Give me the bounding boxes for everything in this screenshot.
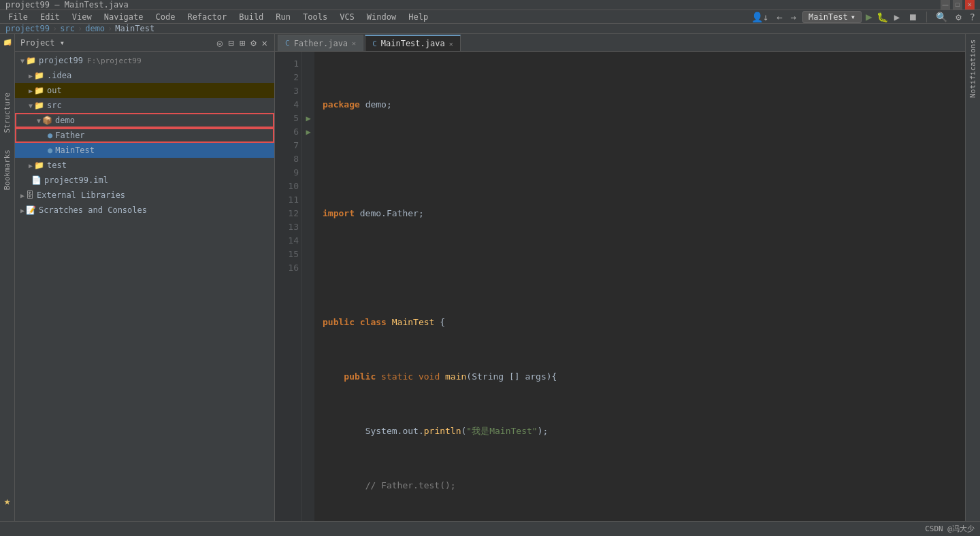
debug-button[interactable]: 🐛	[877, 12, 888, 22]
left-vertical-tabs: Structure Bookmarks ★	[0, 52, 15, 521]
tree-item-scratches[interactable]: ▶ 📝 Scratches and Consoles	[15, 203, 274, 218]
tree-item-idea[interactable]: ▶ 📁 .idea	[15, 68, 274, 83]
code-editor: 1 2 3 4 5 6 7 8 9 10 11 12 13 14 15 16	[275, 52, 980, 536]
breadcrumb-src[interactable]: src	[60, 24, 75, 33]
close-button[interactable]: ✕	[965, 0, 975, 10]
line-numbers: 1 2 3 4 5 6 7 8 9 10 11 12 13 14 15 16	[275, 52, 302, 536]
middle-row: 📁 Project ▾ ◎ ⊟ ⊞ ⚙ ✕ ▼ 📁 project99	[0, 34, 980, 536]
menu-edit[interactable]: Edit	[35, 11, 65, 23]
code-line-6: public static void main(String [] args){	[323, 370, 964, 384]
file-tree: ▼ 📁 project99 F:\project99 ▶ 📁 .idea ▶ �	[15, 52, 274, 536]
menu-vcs[interactable]: VCS	[334, 11, 360, 23]
arrow-scratches[interactable]: ▶	[20, 207, 24, 214]
arrow-demo[interactable]: ▼	[37, 117, 41, 124]
breadcrumb-project[interactable]: project99	[5, 24, 50, 33]
bookmarks-tab[interactable]: Bookmarks	[3, 150, 12, 190]
gutter-arrow-6[interactable]: ▶	[302, 125, 314, 139]
tree-item-father[interactable]: ● Father	[15, 128, 274, 143]
menu-navigate[interactable]: Navigate	[99, 11, 149, 23]
tab-father[interactable]: C Father.java ✕	[278, 35, 363, 51]
editor-main: C Father.java ✕ C MainTest.java ✕ ⚙ 1 2 …	[275, 34, 980, 536]
tree-close-button[interactable]: ✕	[261, 37, 269, 48]
tree-item-external-libs[interactable]: ▶ 🗄 External Libraries	[15, 188, 274, 203]
gutter-4	[302, 98, 314, 112]
external-libs-icon: 🗄	[26, 190, 34, 200]
tree-item-test[interactable]: ▶ 📁 test	[15, 158, 274, 173]
breadcrumb-sep-3: ›	[108, 24, 112, 33]
expand-button[interactable]: ⊞	[238, 37, 246, 48]
tree-label-src: src	[47, 101, 62, 110]
father-tab-close[interactable]: ✕	[352, 39, 356, 47]
menu-code[interactable]: Code	[150, 11, 181, 23]
gutter: ▶ ▶	[302, 52, 314, 536]
line-num-12: 12	[278, 207, 299, 220]
collapse-all-button[interactable]: ⊟	[227, 37, 235, 48]
arrow-idea[interactable]: ▶	[29, 72, 33, 80]
tree-item-demo[interactable]: ▼ 📦 demo	[15, 113, 274, 128]
run-config-arrow: ▾	[851, 12, 855, 22]
code-line-5: public class MainTest {	[323, 316, 964, 329]
coverage-button[interactable]: ▶	[892, 12, 902, 22]
structure-tab[interactable]: Structure	[3, 93, 12, 133]
scratches-icon: 📝	[26, 205, 36, 215]
menu-view[interactable]: View	[67, 11, 97, 23]
settings-button[interactable]: ⚙	[953, 12, 963, 22]
project-icon[interactable]: 📁	[1, 37, 14, 50]
code-content[interactable]: package demo; import demo.Father; public…	[314, 52, 972, 536]
idea-folder-icon: 📁	[34, 71, 44, 80]
tree-item-project99[interactable]: ▼ 📁 project99 F:\project99	[15, 53, 274, 68]
run-config-selector[interactable]: MainTest ▾	[802, 11, 862, 23]
arrow-project99[interactable]: ▼	[20, 57, 24, 65]
menu-tools[interactable]: Tools	[297, 11, 333, 23]
iml-icon: 📄	[31, 175, 42, 185]
gutter-8	[302, 152, 314, 166]
breadcrumb-maintest[interactable]: MainTest	[115, 24, 154, 33]
tab-maintest[interactable]: C MainTest.java ✕	[365, 35, 461, 51]
stop-button[interactable]: ⏹	[906, 12, 919, 22]
run-button[interactable]: ▶	[866, 10, 872, 23]
demo-folder-icon: 📦	[42, 116, 52, 125]
project-path: F:\project99	[87, 56, 141, 65]
line-num-4: 4	[278, 98, 299, 112]
locate-file-button[interactable]: ◎	[216, 37, 224, 48]
menu-file[interactable]: File	[3, 11, 33, 23]
toolbar-separator	[926, 12, 927, 22]
gutter-arrow-5[interactable]: ▶	[302, 112, 314, 125]
tree-item-out[interactable]: ▶ 📁 out	[15, 83, 274, 98]
back-button[interactable]: ←	[774, 12, 784, 22]
notifications-label[interactable]: Notifications	[968, 39, 977, 98]
arrow-out[interactable]: ▶	[29, 87, 33, 95]
menu-refactor[interactable]: Refactor	[182, 11, 232, 23]
forward-button[interactable]: →	[789, 12, 798, 22]
help-icon-button[interactable]: ?	[968, 12, 977, 22]
menu-window[interactable]: Window	[361, 11, 402, 23]
window-title: project99 – MainTest.java	[5, 0, 975, 10]
search-button[interactable]: 🔍	[934, 12, 949, 22]
project-panel-header: Project ▾ ◎ ⊟ ⊞ ⚙ ✕	[15, 34, 274, 52]
title-bar: project99 – MainTest.java — □ ✕	[0, 0, 980, 10]
vcs-update-button[interactable]: 👤↓	[749, 12, 770, 22]
gutter-7	[302, 139, 314, 152]
status-csdn: CSDN @冯大少	[925, 524, 975, 534]
editor-tabs: C Father.java ✕ C MainTest.java ✕ ⚙	[275, 34, 980, 52]
arrow-src[interactable]: ▼	[29, 102, 33, 110]
tree-settings-button[interactable]: ⚙	[249, 37, 257, 48]
line-num-8: 8	[278, 152, 299, 166]
tree-item-src[interactable]: ▼ 📁 src	[15, 98, 274, 113]
code-line-3: import demo.Father;	[323, 207, 964, 220]
run-config-label: MainTest	[808, 12, 848, 22]
bookmark-icon[interactable]: ★	[4, 495, 11, 507]
tree-item-iml[interactable]: 📄 project99.iml	[15, 173, 274, 188]
arrow-test[interactable]: ▶	[29, 162, 33, 169]
menu-help[interactable]: Help	[403, 11, 434, 23]
maintest-tab-close[interactable]: ✕	[449, 40, 453, 48]
tree-item-maintest[interactable]: ● MainTest	[15, 143, 274, 158]
line-num-10: 10	[278, 180, 299, 193]
menu-build[interactable]: Build	[233, 11, 269, 23]
menu-run[interactable]: Run	[270, 11, 296, 23]
minimize-button[interactable]: —	[941, 0, 950, 10]
breadcrumb-demo[interactable]: demo	[85, 24, 105, 33]
maximize-button[interactable]: □	[953, 0, 962, 10]
arrow-external-libs[interactable]: ▶	[20, 192, 24, 199]
project-panel: Project ▾ ◎ ⊟ ⊞ ⚙ ✕ ▼ 📁 project99 F:\pro…	[15, 34, 275, 536]
